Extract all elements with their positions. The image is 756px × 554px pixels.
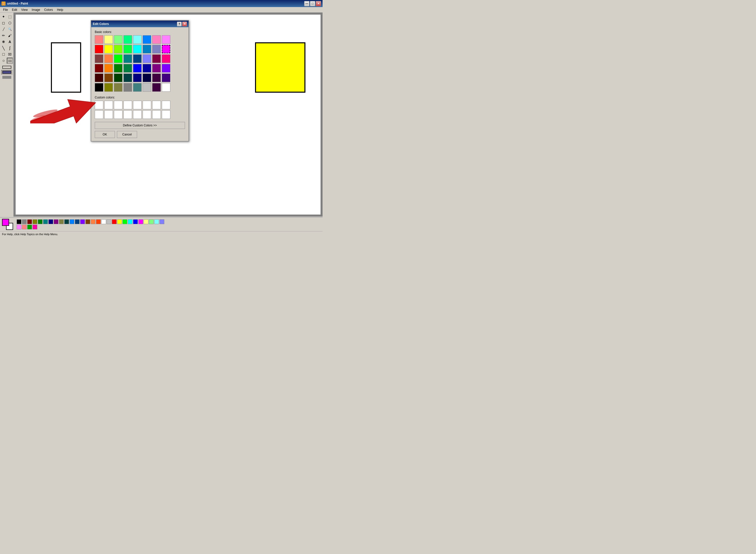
basic-color-cell[interactable]	[104, 45, 113, 53]
basic-color-cell[interactable]	[162, 83, 170, 92]
basic-color-cell[interactable]	[123, 83, 132, 92]
basic-color-cell[interactable]	[143, 45, 151, 53]
basic-color-cell[interactable]	[133, 54, 142, 63]
basic-color-cell[interactable]	[123, 35, 132, 44]
basic-color-cell[interactable]	[162, 64, 170, 72]
basic-color-cell[interactable]	[104, 83, 113, 92]
custom-color-cell[interactable]	[133, 101, 142, 109]
custom-color-cell[interactable]	[152, 101, 161, 109]
basic-color-cell[interactable]	[152, 83, 161, 92]
custom-color-cell[interactable]	[123, 110, 132, 119]
cancel-button[interactable]: Cancel	[117, 131, 137, 138]
svg-marker-3	[30, 93, 100, 123]
basic-colors-grid	[95, 35, 185, 92]
basic-color-cell[interactable]	[114, 35, 122, 44]
basic-color-cell[interactable]	[162, 54, 170, 63]
basic-color-cell[interactable]	[152, 54, 161, 63]
dialog-close-button[interactable]: ✕	[182, 22, 187, 26]
basic-color-cell[interactable]	[114, 64, 122, 72]
basic-color-cell[interactable]	[95, 83, 103, 92]
dialog-content: Basic colors: Custom colors: Define Cust…	[91, 27, 189, 141]
custom-color-cell[interactable]	[133, 110, 142, 119]
basic-color-cell[interactable]	[152, 35, 161, 44]
basic-color-cell[interactable]	[95, 54, 103, 63]
svg-point-5	[30, 114, 45, 122]
basic-color-cell[interactable]	[133, 35, 142, 44]
custom-colors-label: Custom colors:	[95, 96, 185, 99]
dialog-overlay: Edit Colors ? ✕ Basic colors: Custom col…	[0, 0, 322, 237]
dialog-title-buttons: ? ✕	[177, 22, 187, 26]
basic-color-cell[interactable]	[133, 83, 142, 92]
custom-color-cell[interactable]	[123, 101, 132, 109]
basic-color-cell[interactable]	[162, 45, 170, 53]
basic-color-cell[interactable]	[114, 54, 122, 63]
custom-colors-grid	[95, 101, 185, 119]
basic-color-cell[interactable]	[162, 35, 170, 44]
basic-color-cell[interactable]	[95, 35, 103, 44]
basic-color-cell[interactable]	[143, 35, 151, 44]
basic-color-cell[interactable]	[114, 73, 122, 82]
basic-color-cell[interactable]	[104, 73, 113, 82]
basic-color-cell[interactable]	[123, 64, 132, 72]
custom-color-cell[interactable]	[143, 110, 151, 119]
custom-color-cell[interactable]	[143, 101, 151, 109]
basic-color-cell[interactable]	[95, 73, 103, 82]
custom-color-cell[interactable]	[104, 101, 113, 109]
basic-color-cell[interactable]	[143, 73, 151, 82]
basic-color-cell[interactable]	[123, 73, 132, 82]
svg-point-4	[33, 108, 58, 118]
custom-color-cell[interactable]	[162, 101, 170, 109]
basic-color-cell[interactable]	[133, 64, 142, 72]
edit-colors-dialog: Edit Colors ? ✕ Basic colors: Custom col…	[91, 20, 189, 142]
dialog-title-bar: Edit Colors ? ✕	[91, 21, 189, 27]
custom-color-cell[interactable]	[95, 110, 103, 119]
define-custom-colors-button[interactable]: Define Custom Colors >>	[95, 122, 185, 129]
basic-color-cell[interactable]	[143, 54, 151, 63]
basic-color-cell[interactable]	[143, 64, 151, 72]
custom-color-cell[interactable]	[162, 110, 170, 119]
basic-color-cell[interactable]	[114, 45, 122, 53]
basic-color-cell[interactable]	[104, 54, 113, 63]
basic-color-cell[interactable]	[95, 64, 103, 72]
basic-colors-label: Basic colors:	[95, 30, 185, 34]
red-arrow-annotation	[30, 93, 101, 123]
basic-color-cell[interactable]	[104, 35, 113, 44]
basic-color-cell[interactable]	[162, 73, 170, 82]
dialog-help-button[interactable]: ?	[177, 22, 182, 26]
basic-color-cell[interactable]	[152, 64, 161, 72]
custom-color-cell[interactable]	[152, 110, 161, 119]
basic-color-cell[interactable]	[95, 45, 103, 53]
basic-color-cell[interactable]	[123, 54, 132, 63]
dialog-buttons: OK Cancel	[95, 131, 185, 138]
custom-color-cell[interactable]	[114, 101, 122, 109]
basic-color-cell[interactable]	[152, 45, 161, 53]
basic-color-cell[interactable]	[104, 64, 113, 72]
ok-button[interactable]: OK	[95, 131, 115, 138]
basic-color-cell[interactable]	[152, 73, 161, 82]
basic-color-cell[interactable]	[114, 83, 122, 92]
basic-color-cell[interactable]	[123, 45, 132, 53]
custom-color-cell[interactable]	[104, 110, 113, 119]
dialog-title: Edit Colors	[93, 22, 176, 26]
basic-color-cell[interactable]	[133, 73, 142, 82]
custom-color-cell[interactable]	[114, 110, 122, 119]
basic-color-cell[interactable]	[133, 45, 142, 53]
custom-color-cell[interactable]	[95, 101, 103, 109]
basic-color-cell[interactable]	[143, 83, 151, 92]
